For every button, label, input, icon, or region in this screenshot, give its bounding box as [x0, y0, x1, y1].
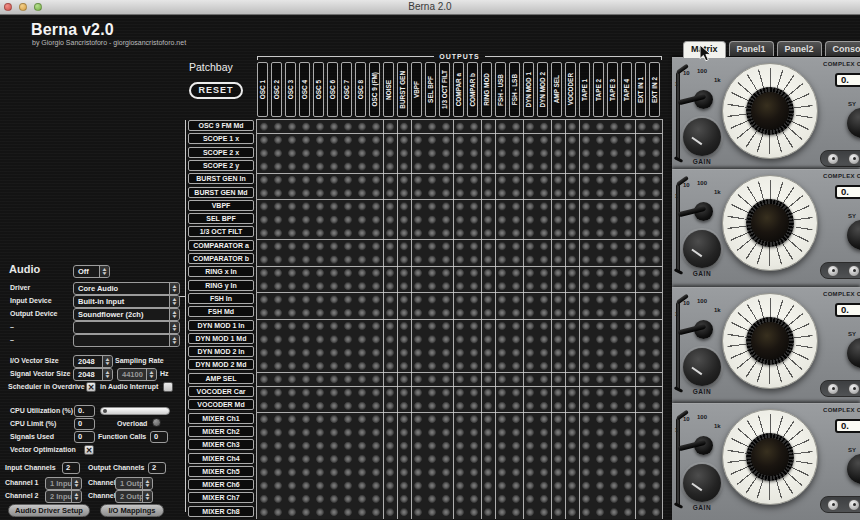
titlebar[interactable]: Berna 2.0 [0, 0, 860, 15]
tuning-dial[interactable] [722, 63, 818, 159]
stepper-icon[interactable]: ▲▼ [169, 283, 179, 294]
scheduler-overdrive-checkbox[interactable] [86, 382, 96, 392]
matrix-row-label: MIXER Ch5 [188, 466, 254, 477]
empty-dropdown-2[interactable]: ▲▼ [73, 334, 180, 347]
stepper-icon[interactable]: ▲▼ [169, 309, 179, 320]
input-device-dropdown[interactable]: Built-in Input▲▼ [73, 295, 180, 308]
channel1-input-dropdown[interactable]: 1 Input▲▼ [45, 477, 82, 490]
driver-dropdown[interactable]: Core Audio▲▼ [73, 282, 180, 295]
tuning-dial[interactable] [722, 175, 818, 271]
vector-optimization-checkbox[interactable] [84, 445, 94, 455]
gain-label: GAIN [683, 504, 721, 511]
output-device-dropdown[interactable]: Soundflower (2ch)▲▼ [73, 308, 180, 321]
input-device-label: Input Device [10, 297, 52, 304]
tab-console[interactable]: Console [825, 41, 860, 56]
value-display[interactable]: 0. [835, 303, 860, 317]
stepper-icon[interactable]: ▲▼ [99, 266, 109, 277]
audio-interrupt-checkbox[interactable] [163, 382, 173, 392]
stepper-icon[interactable]: ▲▼ [169, 322, 179, 333]
gain-knob[interactable] [683, 230, 721, 268]
stepper-icon[interactable]: ▲▼ [102, 369, 112, 380]
matrix-column-header: OSC 2 [271, 62, 282, 117]
channel2-in-label: Channel 2 [5, 492, 38, 499]
signal-vector-size-field[interactable]: 2048▲▼ [73, 368, 113, 381]
cpu-utilization-meter[interactable] [100, 407, 170, 415]
stepper-icon[interactable]: ▲▼ [71, 478, 81, 489]
slider-thumb[interactable] [103, 409, 107, 413]
range-scale-label: 100 [697, 68, 707, 74]
range-selector-knob[interactable] [694, 320, 713, 339]
toggle-switch[interactable] [848, 383, 860, 395]
tab-panel2[interactable]: Panel2 [777, 41, 822, 56]
matrix-column-label: 1/3 OCT FILT [441, 70, 448, 109]
matrix-column-label: OSC 9 (FM) [371, 72, 378, 106]
side-knob[interactable] [847, 108, 860, 138]
matrix-row-label: DYN MOD 1 Md [188, 333, 254, 344]
toggle-switch[interactable] [848, 499, 860, 511]
channel2-output-dropdown[interactable]: 2 Outp..▲▼ [115, 490, 153, 503]
range-selector-knob[interactable] [694, 436, 713, 455]
toggle-switch[interactable] [827, 383, 839, 395]
stepper-icon[interactable]: ▲▼ [146, 369, 156, 380]
toggle-switch[interactable] [848, 265, 860, 277]
stepper-icon[interactable]: ▲▼ [169, 296, 179, 307]
matrix-column-header: AMP SEL [551, 62, 562, 117]
module-panel: 1101001kGAINCOMPLEX OS0.SY [672, 57, 860, 169]
matrix-column-label: OSC 5 [315, 80, 322, 99]
stepper-icon[interactable]: ▲▼ [102, 356, 112, 367]
knob-pointer [692, 367, 703, 375]
matrix-row-label: SCOPE 1 x [188, 133, 254, 144]
range-selector-knob[interactable] [694, 202, 713, 221]
matrix-row-label: RING x In [188, 266, 254, 277]
stepper-icon[interactable]: ▲▼ [142, 491, 152, 502]
stepper-icon[interactable]: ▲▼ [169, 335, 179, 346]
matrix-column-label: TAPE 4 [623, 79, 630, 101]
reset-button[interactable]: RESET [189, 82, 243, 99]
empty-dropdown-1[interactable]: ▲▼ [73, 321, 180, 334]
cpu-limit-field[interactable]: 0 [74, 418, 95, 430]
toggle-switch[interactable] [827, 153, 839, 165]
gain-knob[interactable] [683, 348, 721, 386]
stepper-icon[interactable]: ▲▼ [142, 478, 152, 489]
matrix-row-label: BURST GEN In [188, 173, 254, 184]
value-display[interactable]: 0. [835, 185, 860, 199]
matrix-column-label: DYN MOD 1 [525, 72, 532, 108]
matrix-row-label: 1/3 OCT FILT [188, 226, 254, 237]
toggle-switch[interactable] [827, 499, 839, 511]
channel1-output-dropdown[interactable]: 1 Outp..▲▼ [115, 477, 153, 490]
toggle-switch[interactable] [827, 265, 839, 277]
mounting-rod-foot [674, 502, 683, 509]
side-knob[interactable] [847, 338, 860, 368]
knob-pointer [678, 324, 706, 336]
matrix-column-label: COMPAR a [455, 73, 462, 106]
range-scale-label: 100 [697, 298, 707, 304]
patch-matrix[interactable] [256, 119, 663, 519]
stepper-icon[interactable]: ▲▼ [71, 491, 81, 502]
gain-knob[interactable] [683, 118, 721, 156]
io-vector-size-field[interactable]: 2048▲▼ [73, 355, 113, 368]
tab-panel1[interactable]: Panel1 [729, 41, 774, 56]
output-channels-field[interactable]: 2 [148, 462, 166, 474]
sampling-rate-field[interactable]: 44100▲▼ [117, 368, 157, 381]
dial-center [751, 322, 789, 360]
range-scale-label: 1k [714, 189, 721, 195]
audio-driver-setup-button[interactable]: Audio Driver Setup [8, 504, 90, 517]
io-mappings-button[interactable]: I/O Mappings [100, 504, 164, 517]
matrix-column-header: RING MOD [481, 62, 492, 117]
mouse-cursor-icon [699, 44, 711, 62]
channel2-input-dropdown[interactable]: 2 Input▲▼ [45, 490, 82, 503]
audio-state-dropdown[interactable]: Off▲▼ [73, 265, 110, 278]
tuning-dial[interactable] [722, 293, 818, 389]
value-display[interactable]: 0. [835, 73, 860, 87]
matrix-column-header: TAPE 3 [607, 62, 618, 117]
value-display[interactable]: 0. [835, 419, 860, 433]
range-selector-knob[interactable] [694, 90, 713, 109]
side-label: SY [848, 213, 856, 219]
toggle-switch[interactable] [848, 153, 860, 165]
side-knob[interactable] [847, 454, 860, 484]
dial-center [751, 438, 789, 476]
side-knob[interactable] [847, 220, 860, 250]
gain-knob[interactable] [683, 464, 721, 502]
input-channels-field[interactable]: 2 [62, 462, 80, 474]
tuning-dial[interactable] [722, 409, 818, 505]
